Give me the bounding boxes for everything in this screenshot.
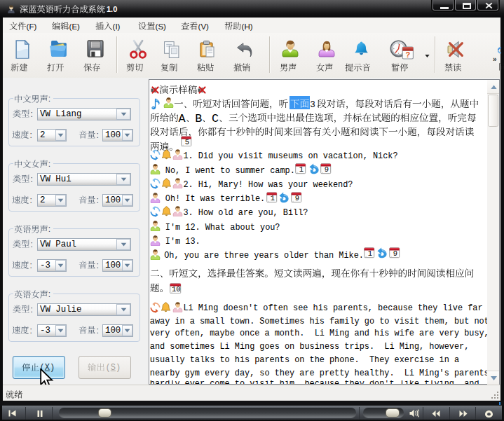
svg-text:1: 1 <box>299 165 304 174</box>
svg-text:10: 10 <box>171 285 180 294</box>
svg-text:1: 1 <box>367 250 372 258</box>
svg-text:?: ? <box>405 50 410 59</box>
svg-text:9: 9 <box>294 194 299 202</box>
svg-text:9: 9 <box>325 165 329 174</box>
svg-text:1: 1 <box>270 194 274 202</box>
svg-text:9: 9 <box>393 250 397 258</box>
svg-text:5: 5 <box>185 138 189 146</box>
